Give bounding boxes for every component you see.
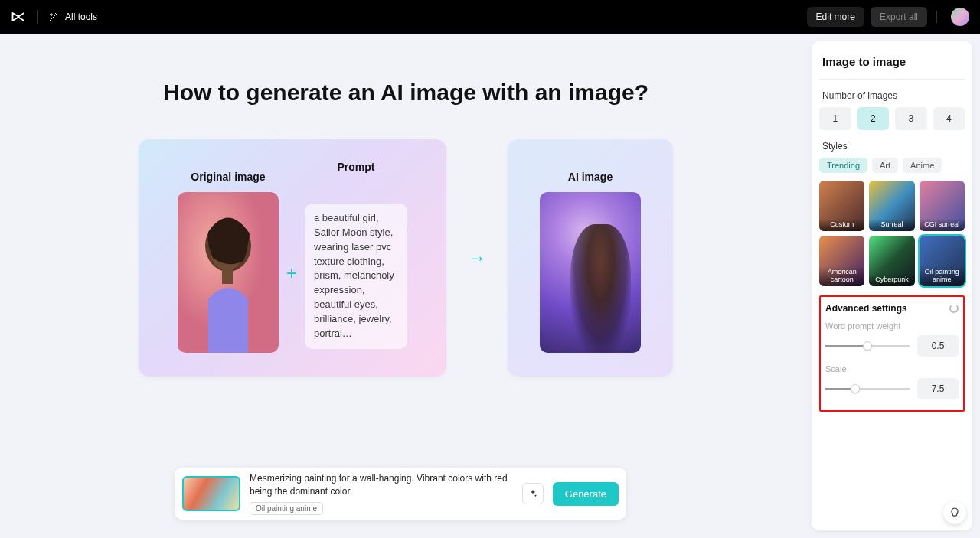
prompt-input-text[interactable]: Mesmerizing painting for a wall-hanging.… [250, 472, 513, 497]
style-tabs: Trending Art Anime [819, 158, 965, 173]
advanced-header[interactable]: Advanced settings [825, 303, 959, 314]
main: How to generate an AI image with an imag… [0, 34, 980, 538]
scale-label: Scale [825, 364, 959, 373]
output-card: AI image [508, 139, 673, 377]
num-images-label: Number of images [822, 90, 962, 101]
style-surreal[interactable]: Surreal [869, 181, 914, 231]
edit-more-button[interactable]: Edit more [807, 7, 864, 27]
topbar-left: All tools [11, 9, 97, 24]
topbar: All tools Edit more Export all [0, 0, 980, 34]
plus-icon: + [286, 262, 297, 284]
weight-label: Word prompt weight [825, 321, 959, 331]
num-option-4[interactable]: 4 [933, 107, 965, 130]
input-card: Original image + Prompt [139, 139, 446, 377]
svg-rect-3 [222, 266, 233, 284]
styles-label: Styles [822, 141, 962, 152]
style-oil-painting-anime[interactable]: Oil painting anime [920, 236, 965, 286]
reference-thumbnail[interactable] [182, 476, 240, 511]
all-tools-label: All tools [65, 11, 97, 22]
style-tag-chip[interactable]: Oil painting anime [250, 502, 323, 515]
num-images-row: 1 2 3 4 [819, 107, 965, 130]
divider [37, 10, 38, 24]
prompt-label: Prompt [338, 161, 375, 173]
style-cyberpunk[interactable]: Cyberpunk [869, 236, 914, 286]
page-title: How to generate an AI image with an imag… [0, 80, 812, 106]
style-tab-trending[interactable]: Trending [819, 158, 867, 173]
avatar[interactable] [951, 8, 969, 26]
original-image [178, 192, 279, 353]
ai-label: AI image [568, 171, 612, 183]
lightbulb-icon [949, 507, 961, 519]
all-tools-button[interactable]: All tools [48, 11, 97, 22]
style-american-cartoon[interactable]: American cartoon [819, 236, 864, 286]
num-option-2[interactable]: 2 [858, 107, 890, 130]
enhance-button[interactable] [522, 483, 544, 504]
scale-value[interactable]: 7.5 [917, 378, 959, 399]
num-option-1[interactable]: 1 [819, 107, 851, 130]
scale-slider[interactable] [825, 388, 910, 390]
ai-image [540, 192, 641, 353]
original-column: Original image [178, 163, 279, 353]
weight-slider[interactable] [825, 345, 910, 347]
divider [936, 11, 937, 23]
wand-icon [48, 11, 59, 22]
style-tab-anime[interactable]: Anime [903, 158, 942, 173]
topbar-right: Edit more Export all [807, 7, 969, 27]
scale-slider-row: 7.5 [825, 378, 959, 399]
prompt-text: a beautiful girl, Sailor Moon style, wea… [305, 204, 407, 349]
sidebar: Image to image Number of images 1 2 3 4 … [812, 41, 972, 530]
weight-value[interactable]: 0.5 [917, 335, 959, 357]
advanced-title: Advanced settings [825, 303, 907, 314]
content: How to generate an AI image with an imag… [0, 34, 812, 538]
ai-column: AI image [540, 163, 641, 353]
example-cards: Original image + Prompt [0, 139, 812, 377]
style-cgi-surreal[interactable]: CGI surreal [920, 181, 965, 231]
sidebar-title: Image to image [819, 54, 965, 80]
prompt-bar: Mesmerizing painting for a wall-hanging.… [175, 468, 626, 520]
arrow-right-icon: → [468, 247, 486, 269]
style-custom[interactable]: Custom [819, 181, 864, 231]
help-fab[interactable] [943, 501, 966, 524]
generate-button[interactable]: Generate [553, 482, 619, 506]
prompt-mid: Mesmerizing painting for a wall-hanging.… [250, 472, 513, 514]
sparkle-icon [528, 488, 538, 499]
weight-slider-row: 0.5 [825, 335, 959, 357]
spinner-icon [949, 304, 959, 313]
style-grid: Custom Surreal CGI surreal American cart… [819, 181, 965, 286]
num-option-3[interactable]: 3 [895, 107, 927, 130]
original-label: Original image [191, 171, 265, 183]
export-all-button[interactable]: Export all [871, 7, 927, 27]
advanced-settings: Advanced settings Word prompt weight 0.5… [819, 295, 965, 412]
style-tab-art[interactable]: Art [872, 158, 898, 173]
app-logo-icon[interactable] [11, 9, 26, 24]
prompt-column: Prompt a beautiful girl, Sailor Moon sty… [305, 153, 407, 349]
